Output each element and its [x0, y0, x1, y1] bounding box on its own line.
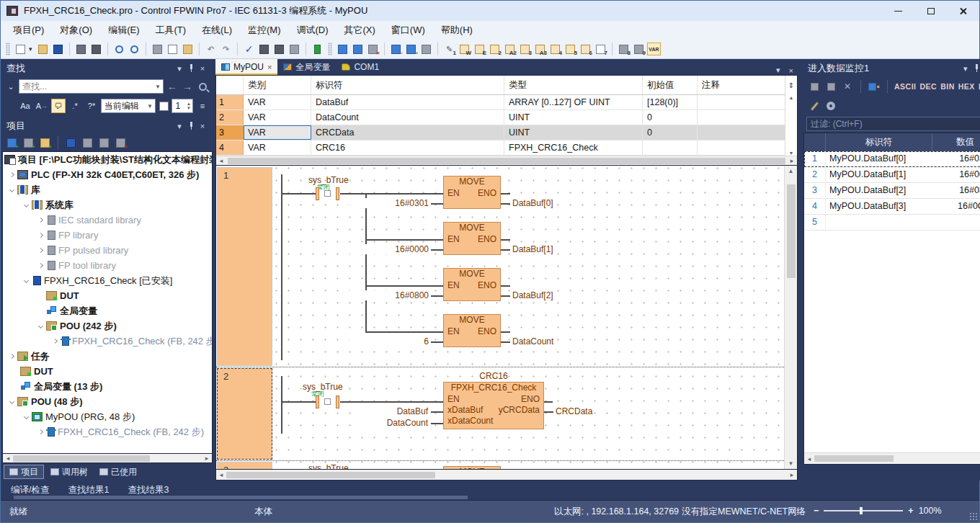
splitter-bar[interactable]	[14, 496, 468, 499]
ladder-wire-icon[interactable]: W	[458, 43, 471, 55]
project-close-icon[interactable]: ×	[197, 122, 208, 130]
move-block-1[interactable]: MOVE ENENO	[443, 176, 501, 209]
new-project-dropdown-icon[interactable]: ▾	[29, 45, 35, 53]
close-button[interactable]	[947, 1, 979, 21]
scroll-right-icon[interactable]: ▸	[202, 455, 212, 462]
search-count-stepper[interactable]: 1 ▲▼	[172, 99, 193, 113]
ladder-editor[interactable]: 1 sys_bTrue 常闭 MOVE ENENO	[215, 166, 798, 470]
chevron-right-icon[interactable]	[49, 339, 61, 343]
add-task-icon[interactable]: +	[38, 136, 52, 149]
tree-item-system-libraries[interactable]: 系统库	[3, 197, 212, 213]
new-object-icon[interactable]	[64, 136, 78, 149]
tree-item-fp-tool-library[interactable]: FP tool library	[3, 258, 212, 273]
insert-object-icon[interactable]: ▪	[404, 43, 418, 55]
menu-object[interactable]: 对象(O)	[52, 22, 100, 39]
operand-input[interactable]: 6	[349, 336, 430, 347]
online-mode-icon[interactable]	[311, 43, 324, 55]
menu-edit[interactable]: 编辑(E)	[100, 22, 147, 39]
find-close-icon[interactable]: ×	[197, 64, 208, 73]
menu-extras[interactable]: 其它(X)	[337, 22, 383, 39]
insert-network-before-icon[interactable]	[336, 43, 349, 55]
tree-item-project-root[interactable]: 项目 [F:\PLC功能块封装\ST结构化文本编程封装	[3, 152, 212, 167]
cascade-objects-icon[interactable]: ▪	[389, 43, 403, 55]
verify-icon[interactable]	[288, 43, 301, 55]
chevron-down-icon[interactable]	[6, 400, 17, 403]
ladder-comment-icon[interactable]: 7	[594, 43, 607, 55]
scrollbar-thumb[interactable]	[814, 455, 894, 462]
scroll-down-icon[interactable]: ▼	[788, 460, 794, 467]
find-next-icon[interactable]: →	[181, 81, 194, 92]
crc16-function-block[interactable]: FPXH_CRC16_Check ENENO xDataBufyCRCData …	[443, 382, 544, 429]
open-project-icon[interactable]	[36, 43, 50, 55]
tab-find-results-3[interactable]: 查找结果3	[128, 484, 169, 496]
operand-output[interactable]: DataBuf[0]	[511, 198, 555, 208]
tree-item-pou[interactable]: POU (48 步)	[3, 394, 212, 409]
tree-item-lib-global-vars[interactable]: 全局变量	[3, 303, 212, 318]
scrollbar-thumb[interactable]	[13, 455, 150, 462]
download-to-plc-icon[interactable]	[257, 43, 271, 55]
tree-item-mypou-fb[interactable]: FPXH_CRC16_Check (FB, 242 步)	[3, 424, 212, 439]
ladder-var-icon[interactable]: 4	[548, 43, 562, 55]
project-pin-icon[interactable]	[185, 122, 197, 131]
chevron-right-icon[interactable]	[35, 430, 46, 434]
horizontal-space-icon[interactable]: 9	[632, 43, 646, 55]
minimize-button[interactable]	[882, 1, 914, 21]
tab-call-tree[interactable]: 调用树	[45, 465, 93, 479]
add-dut-icon[interactable]: +	[22, 136, 35, 149]
menu-window[interactable]: 窗口(W)	[383, 22, 433, 39]
tree-item-tasks[interactable]: 任务	[3, 349, 212, 364]
tab-used[interactable]: 已使用	[94, 465, 142, 479]
tab-mypou[interactable]: MyPOU×	[215, 59, 277, 75]
tree-item-iec-standard-library[interactable]: IEC standard library	[3, 213, 212, 228]
monitor-row[interactable]: 1MyPOU.DataBuf[0]16#0301	[804, 151, 980, 167]
operand-input[interactable]: DataBuf	[353, 406, 429, 416]
zoom-slider[interactable]	[824, 510, 903, 511]
ladder-contact-p-icon[interactable]: A2	[503, 43, 517, 55]
variable-table-vscrollbar[interactable]: ⇕ ▲ ▼	[785, 76, 797, 156]
paste-icon[interactable]	[181, 43, 195, 55]
chevron-right-icon[interactable]	[6, 173, 17, 176]
tree-item-lib-fb[interactable]: FPXH_CRC16_Check (FB, 242 步)	[3, 334, 212, 349]
insert-variable-below-icon[interactable]	[824, 81, 837, 92]
undo-icon[interactable]: ↶	[204, 43, 218, 55]
ladder-coil-s-icon[interactable]: A3	[533, 43, 547, 55]
contact-bar[interactable]	[316, 187, 319, 200]
add-pou-icon[interactable]: +	[5, 136, 19, 149]
contact-bar[interactable]	[336, 395, 339, 408]
contact-variable-label[interactable]: sys_bTrue	[307, 463, 350, 470]
ladder-input-icon[interactable]: 5	[564, 43, 577, 55]
network-1-header[interactable]: 1	[217, 167, 272, 366]
whole-word-button[interactable]: A→	[35, 99, 49, 113]
tree-item-mypou[interactable]: MyPOU (PRG, 48 步)	[3, 409, 212, 424]
delete-object-icon[interactable]: ×	[114, 136, 128, 149]
variable-row[interactable]: 4 VAR CRC16 FPXH_CRC16_Check	[216, 140, 785, 156]
delete-network-icon[interactable]: ×	[366, 43, 380, 55]
format-dec-button[interactable]: DEC	[920, 82, 937, 91]
format-hex-button[interactable]: HEX	[958, 82, 975, 91]
resize-grip[interactable]	[969, 512, 978, 521]
maximize-button[interactable]	[914, 1, 947, 21]
scroll-up-icon[interactable]: ▲	[788, 168, 794, 174]
regex-dot-star-button[interactable]: .*	[68, 99, 82, 113]
scrollbar-thumb[interactable]	[787, 184, 796, 278]
variable-table-hscrollbar[interactable]: ◂ ▸	[216, 156, 797, 165]
monitor-row[interactable]: 5	[804, 215, 980, 231]
operand-input[interactable]: 16#0301	[349, 198, 430, 208]
variable-row[interactable]: 1 VAR DataBuf ARRAY [0..127] OF UINT [12…	[216, 95, 785, 110]
operand-output[interactable]: DataCount	[511, 336, 555, 347]
monitor-row[interactable]: 4MyPOU.DataBuf[3]16#0C44	[804, 199, 980, 215]
zoom-control[interactable]: − + 100%	[814, 506, 942, 516]
operand-input[interactable]: 16#0800	[349, 290, 430, 300]
chevron-right-icon[interactable]	[6, 354, 17, 358]
find-dropdown-icon[interactable]: ▾	[174, 64, 185, 73]
menu-project[interactable]: 项目(P)	[5, 22, 52, 39]
search-scope-select[interactable]: 当前编辑 ▾	[101, 99, 156, 113]
monitor-filter-input[interactable]: 过滤: (Ctrl+F) ▾	[806, 117, 980, 131]
zoom-pages-icon[interactable]	[128, 43, 141, 55]
print-icon[interactable]	[89, 43, 103, 55]
cascade-icon[interactable]: ▪	[868, 81, 881, 92]
operand-output[interactable]: DataBuf[2]	[511, 290, 555, 300]
find-previous-icon[interactable]: ←	[166, 81, 179, 92]
chevron-right-icon[interactable]	[35, 218, 46, 222]
tree-item-fp-pulsed-library[interactable]: FP pulsed library	[3, 243, 212, 258]
